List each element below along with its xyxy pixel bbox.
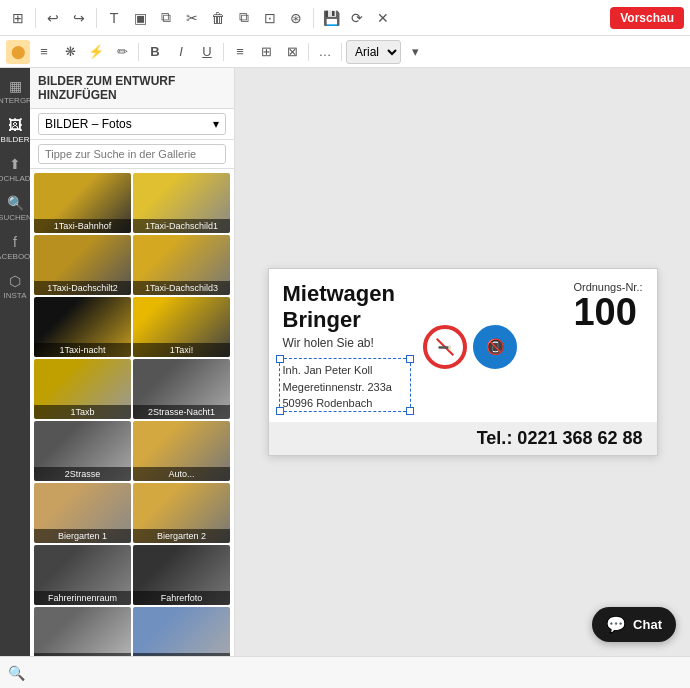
sidebar-item-hintergrund[interactable]: ▦ HINTERGR…	[0, 72, 30, 111]
dropdown-arrow-icon: ▾	[213, 117, 219, 131]
chat-button[interactable]: 💬 Chat	[592, 607, 676, 642]
draw-icon[interactable]: ✏	[110, 40, 134, 64]
tb-layers-icon[interactable]: ⊡	[258, 6, 282, 30]
owner-label: Inh. Jan Peter Koll	[283, 362, 407, 379]
tb-grid-icon[interactable]: ⊞	[6, 6, 30, 30]
image-label-strasse: 2Strasse-Nacht1	[133, 405, 230, 419]
sidebar-label-suchen: SUCHEN	[0, 213, 32, 222]
address-line1: Megeretinnenstr. 233a	[283, 379, 407, 396]
sidebar: ▦ HINTERGR… 🖼 BILDER ⬆ HOCHLAD… 🔍 SUCHEN…	[0, 68, 30, 656]
card-right: Ordnungs-Nr.: 100	[533, 281, 643, 412]
tb-close-icon[interactable]: ✕	[371, 6, 395, 30]
image-cell-taxi2[interactable]: 1Taxi-Dachschild1	[133, 173, 230, 233]
main-area: ▦ HINTERGR… 🖼 BILDER ⬆ HOCHLAD… 🔍 SUCHEN…	[0, 68, 690, 656]
image-cell-innenraum[interactable]: Fahrerinnenraum	[34, 545, 131, 605]
second-toolbar: ⬤ ≡ ❋ ⚡ ✏ B I U ≡ ⊞ ⊠ … Arial ▾	[0, 36, 690, 68]
st-sep4	[341, 43, 342, 61]
dropdown-label: BILDER – Fotos	[45, 117, 132, 131]
svg-rect-2	[448, 345, 451, 349]
handle-br[interactable]	[406, 407, 414, 415]
sidebar-item-facebook[interactable]: f FACEBOO…	[0, 228, 30, 267]
panel-subheader: BILDER – Fotos ▾	[30, 109, 234, 140]
sidebar-item-instagram[interactable]: ⬡ INSTA	[0, 267, 30, 306]
canvas-area[interactable]: Mietwagen Bringer Wir holen Sie ab! Inh.…	[235, 68, 690, 656]
font-dropdown-icon[interactable]: ▾	[403, 40, 427, 64]
address-line2: 50996 Rodenbach	[283, 395, 407, 412]
image-cell-taxi1[interactable]: 1Taxi-Bahnhof	[34, 173, 131, 233]
tb-copy-icon[interactable]: ⧉	[154, 6, 178, 30]
color-fill-icon[interactable]: ⬤	[6, 40, 30, 64]
image-cell-strasse2[interactable]: 2Strasse	[34, 421, 131, 481]
image-cell-taxi5[interactable]: 1Taxi!	[133, 297, 230, 357]
align-icon[interactable]: ≡	[32, 40, 56, 64]
sidebar-item-bilder[interactable]: 🖼 BILDER	[0, 111, 30, 150]
tb-cut-icon[interactable]: ✂	[180, 6, 204, 30]
hochladen-icon: ⬆	[9, 156, 21, 172]
svg-text:📵: 📵	[485, 337, 504, 356]
animate-icon[interactable]: ⚡	[84, 40, 108, 64]
image-cell-taxi3[interactable]: 1Taxi-Dachschilt2	[34, 235, 131, 295]
hintergrund-icon: ▦	[9, 78, 22, 94]
handle-tr[interactable]	[406, 355, 414, 363]
zoom-icon[interactable]: 🔍	[8, 665, 25, 681]
image-cell-fahrerfoto[interactable]: Fahrerfoto	[133, 545, 230, 605]
sidebar-item-suchen[interactable]: 🔍 SUCHEN	[0, 189, 30, 228]
frame-icon[interactable]: ⊠	[280, 40, 304, 64]
image-cell-passagier1[interactable]: Fahrer taxiPassag…	[34, 607, 131, 656]
underline-icon[interactable]: U	[195, 40, 219, 64]
no-phone-svg: 📵	[482, 334, 508, 360]
svg-rect-1	[438, 346, 450, 349]
image-label-taxi6: 1Taxb	[34, 405, 131, 419]
image-cell-taxi4[interactable]: 1Taxi-Dachschild3	[133, 235, 230, 295]
card-inner: Mietwagen Bringer Wir holen Sie ab! Inh.…	[269, 269, 657, 422]
tb-shape-icon[interactable]: ▣	[128, 6, 152, 30]
preview-button[interactable]: Vorschau	[610, 7, 684, 29]
tb-more-icon[interactable]: ⊛	[284, 6, 308, 30]
image-cell-strasse[interactable]: 2Strasse-Nacht1	[133, 359, 230, 419]
image-label-flughafen: Flughafen!	[133, 653, 230, 656]
card-icons: 📵	[423, 281, 517, 412]
bold-icon[interactable]: B	[143, 40, 167, 64]
company-name: Mietwagen Bringer	[283, 281, 407, 333]
align-left-icon[interactable]: ≡	[228, 40, 252, 64]
chat-bubble-icon: 💬	[606, 615, 626, 634]
image-label-taxi2: 1Taxi-Dachschild1	[133, 219, 230, 233]
image-cell-flughafen[interactable]: Flughafen!	[133, 607, 230, 656]
image-label-bier1: Biergarten 1	[34, 529, 131, 543]
image-cell-taxinight[interactable]: 1Taxi-nacht	[34, 297, 131, 357]
card-slogan: Wir holen Sie ab!	[283, 336, 407, 350]
tel-row: Tel.: 0221 368 62 88	[269, 422, 657, 455]
st-sep2	[223, 43, 224, 61]
image-cell-bier2[interactable]: Biergarten 2	[133, 483, 230, 543]
image-label-taxi4: 1Taxi-Dachschild3	[133, 281, 230, 295]
search-input[interactable]	[38, 144, 226, 164]
tb-text-icon[interactable]: T	[102, 6, 126, 30]
st-sep1	[138, 43, 139, 61]
image-label-bier2: Biergarten 2	[133, 529, 230, 543]
image-label-taxi3: 1Taxi-Dachschilt2	[34, 281, 131, 295]
image-cell-taxi6[interactable]: 1Taxb	[34, 359, 131, 419]
tb-dup-icon[interactable]: ⧉	[232, 6, 256, 30]
image-cell-bier1[interactable]: Biergarten 1	[34, 483, 131, 543]
tb-save-icon[interactable]: 💾	[319, 6, 343, 30]
no-phone-icon: 📵	[473, 325, 517, 369]
italic-icon[interactable]: I	[169, 40, 193, 64]
chat-label: Chat	[633, 617, 662, 632]
sidebar-item-hochladen[interactable]: ⬆ HOCHLAD…	[0, 150, 30, 189]
bilder-icon: 🖼	[8, 117, 22, 133]
tb-redo-icon[interactable]: ↪	[67, 6, 91, 30]
tb-undo-icon[interactable]: ↩	[41, 6, 65, 30]
table-icon[interactable]: ⊞	[254, 40, 278, 64]
left-panel: BILDER ZUM ENTWURF HINZUFÜGEN BILDER – F…	[30, 68, 235, 656]
more-options-icon[interactable]: …	[313, 40, 337, 64]
tb-delete-icon[interactable]: 🗑	[206, 6, 230, 30]
font-select[interactable]: Arial	[346, 40, 401, 64]
category-dropdown[interactable]: BILDER – Fotos ▾	[38, 113, 226, 135]
business-card[interactable]: Mietwagen Bringer Wir holen Sie ab! Inh.…	[268, 268, 658, 456]
sep1	[35, 8, 36, 28]
tb-refresh-icon[interactable]: ⟳	[345, 6, 369, 30]
image-cell-auto[interactable]: Auto...	[133, 421, 230, 481]
bottom-bar: 🔍	[0, 656, 690, 688]
no-smoking-svg	[435, 337, 455, 357]
effects-icon[interactable]: ❋	[58, 40, 82, 64]
